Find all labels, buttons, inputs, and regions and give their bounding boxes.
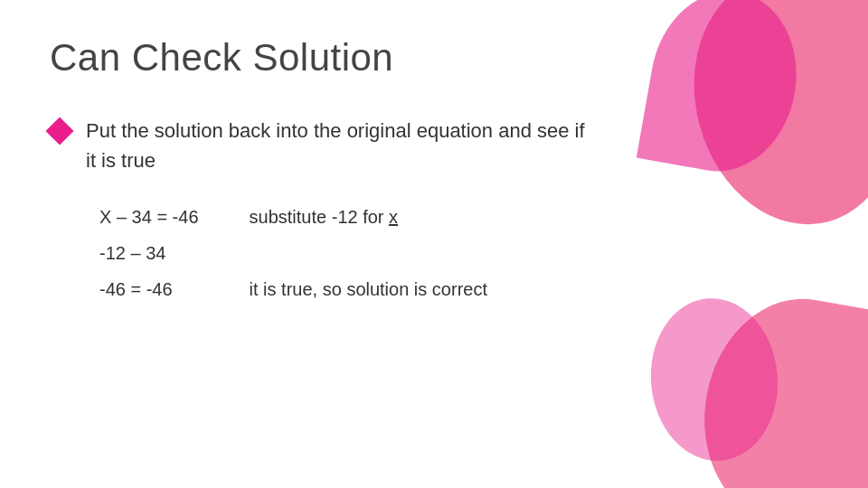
equation-left-2: -12 – 34 <box>99 239 244 267</box>
bullet-diamond-icon <box>45 117 73 145</box>
bullet-section: Put the solution back into the original … <box>50 116 818 175</box>
equation-block: X – 34 = -46 substitute -12 for x -12 – … <box>99 202 818 304</box>
bullet-text: Put the solution back into the original … <box>86 116 585 175</box>
bullet-line-1: Put the solution back into the original … <box>86 119 585 142</box>
equation-row-2: -12 – 34 <box>99 239 818 267</box>
bullet-line-2: it is true <box>86 149 156 172</box>
equation-right-3: it is true, so solution is correct <box>250 275 487 304</box>
x-variable-1: x <box>389 207 398 227</box>
equation-right-1: substitute -12 for x <box>250 202 399 231</box>
equation-left-3: -46 = -46 <box>99 275 244 304</box>
equation-left-1: X – 34 = -46 <box>99 202 244 231</box>
equation-row-1: X – 34 = -46 substitute -12 for x <box>99 202 818 231</box>
slide-content: Can Check Solution Put the solution back… <box>0 0 868 347</box>
slide-title: Can Check Solution <box>50 36 818 80</box>
equation-row-3: -46 = -46 it is true, so solution is cor… <box>99 275 818 304</box>
slide: Can Check Solution Put the solution back… <box>0 0 868 488</box>
